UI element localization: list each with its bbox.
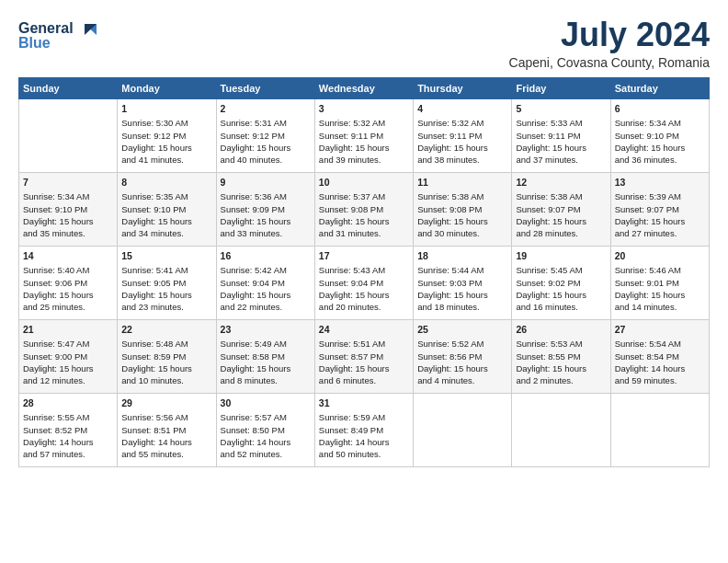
calendar-cell: 14Sunrise: 5:40 AMSunset: 9:06 PMDayligh… <box>19 246 118 319</box>
calendar-cell: 4Sunrise: 5:32 AMSunset: 9:11 PMDaylight… <box>414 98 512 172</box>
cell-text-line: and 14 minutes. <box>615 301 705 313</box>
calendar-cell: 23Sunrise: 5:49 AMSunset: 8:58 PMDayligh… <box>216 319 314 393</box>
cell-text-line: Sunset: 9:08 PM <box>417 203 507 215</box>
day-number: 23 <box>221 323 311 337</box>
cell-text-line: Sunset: 8:55 PM <box>516 350 606 362</box>
day-number: 14 <box>23 249 113 263</box>
calendar-cell <box>19 98 118 172</box>
cell-text-line: Daylight: 15 hours <box>417 362 507 374</box>
calendar-cell: 24Sunrise: 5:51 AMSunset: 8:57 PMDayligh… <box>314 319 413 393</box>
cell-text-line: Sunset: 9:10 PM <box>23 203 113 215</box>
cell-text-line: Sunrise: 5:53 AM <box>516 338 606 350</box>
cell-text-line: and 52 minutes. <box>221 448 311 460</box>
day-number: 10 <box>319 176 409 190</box>
column-header-friday: Friday <box>512 77 610 98</box>
cell-text-line: and 36 minutes. <box>615 154 705 166</box>
cell-text-line: and 30 minutes. <box>417 227 507 239</box>
cell-text-line: Sunset: 9:06 PM <box>23 277 113 289</box>
cell-text-line: Daylight: 15 hours <box>221 289 311 301</box>
cell-text-line: Sunrise: 5:40 AM <box>23 264 113 276</box>
cell-text-line: and 6 minutes. <box>319 374 409 386</box>
day-number: 11 <box>417 176 507 190</box>
cell-text-line: Sunrise: 5:44 AM <box>417 264 507 276</box>
main-title: July 2024 <box>509 17 710 53</box>
cell-text-line: Daylight: 15 hours <box>417 215 507 227</box>
calendar-cell: 29Sunrise: 5:56 AMSunset: 8:51 PMDayligh… <box>118 393 216 466</box>
calendar-cell: 7Sunrise: 5:34 AMSunset: 9:10 PMDaylight… <box>19 172 118 246</box>
calendar-cell: 28Sunrise: 5:55 AMSunset: 8:52 PMDayligh… <box>19 393 118 466</box>
calendar-cell: 19Sunrise: 5:45 AMSunset: 9:02 PMDayligh… <box>512 246 610 319</box>
cell-text-line: Daylight: 15 hours <box>615 142 705 154</box>
cell-text-line: Sunset: 9:12 PM <box>221 130 311 142</box>
calendar-cell: 20Sunrise: 5:46 AMSunset: 9:01 PMDayligh… <box>610 246 709 319</box>
calendar-cell: 2Sunrise: 5:31 AMSunset: 9:12 PMDaylight… <box>216 98 314 172</box>
cell-text-line: and 8 minutes. <box>221 374 311 386</box>
cell-text-line: Daylight: 14 hours <box>23 436 113 448</box>
cell-text-line: Sunset: 9:11 PM <box>319 130 409 142</box>
cell-text-line: Sunrise: 5:32 AM <box>417 117 507 129</box>
cell-text-line: Daylight: 15 hours <box>23 362 113 374</box>
logo: General Blue <box>18 17 101 58</box>
cell-text-line: Sunrise: 5:31 AM <box>221 117 311 129</box>
cell-text-line: Daylight: 15 hours <box>121 215 211 227</box>
calendar-cell: 3Sunrise: 5:32 AMSunset: 9:11 PMDaylight… <box>314 98 413 172</box>
cell-text-line: Sunset: 9:02 PM <box>516 277 606 289</box>
column-header-sunday: Sunday <box>19 77 118 98</box>
day-number: 12 <box>516 176 606 190</box>
cell-text-line: Daylight: 15 hours <box>121 142 211 154</box>
day-number: 24 <box>319 323 409 337</box>
cell-text-line: and 50 minutes. <box>319 448 409 460</box>
calendar-cell: 15Sunrise: 5:41 AMSunset: 9:05 PMDayligh… <box>118 246 216 319</box>
cell-text-line: Sunrise: 5:59 AM <box>319 411 409 423</box>
day-number: 27 <box>615 323 705 337</box>
day-number: 3 <box>319 102 409 116</box>
cell-text-line: Sunrise: 5:55 AM <box>23 411 113 423</box>
cell-text-line: Daylight: 15 hours <box>319 215 409 227</box>
day-number: 7 <box>23 176 113 190</box>
cell-text-line: Sunrise: 5:57 AM <box>221 411 311 423</box>
cell-text-line: Sunrise: 5:39 AM <box>615 190 705 202</box>
cell-text-line: and 2 minutes. <box>516 374 606 386</box>
day-number: 30 <box>221 396 311 410</box>
cell-text-line: and 55 minutes. <box>121 448 211 460</box>
week-row-4: 21Sunrise: 5:47 AMSunset: 9:00 PMDayligh… <box>19 319 710 393</box>
cell-text-line: Sunset: 9:07 PM <box>516 203 606 215</box>
cell-text-line: Sunrise: 5:56 AM <box>121 411 211 423</box>
cell-text-line: and 25 minutes. <box>23 301 113 313</box>
cell-text-line: and 38 minutes. <box>417 154 507 166</box>
cell-text-line: Sunrise: 5:42 AM <box>221 264 311 276</box>
column-header-tuesday: Tuesday <box>216 77 314 98</box>
cell-text-line: Sunrise: 5:47 AM <box>23 338 113 350</box>
week-row-1: 1Sunrise: 5:30 AMSunset: 9:12 PMDaylight… <box>19 98 710 172</box>
cell-text-line: and 23 minutes. <box>121 301 211 313</box>
cell-text-line: and 59 minutes. <box>615 374 705 386</box>
cell-text-line: and 27 minutes. <box>615 227 705 239</box>
cell-text-line: Sunrise: 5:35 AM <box>121 190 211 202</box>
day-number: 28 <box>23 396 113 410</box>
day-number: 25 <box>417 323 507 337</box>
cell-text-line: Sunset: 9:11 PM <box>417 130 507 142</box>
cell-text-line: Sunrise: 5:34 AM <box>23 190 113 202</box>
column-header-wednesday: Wednesday <box>314 77 413 98</box>
cell-text-line: Daylight: 14 hours <box>615 362 705 374</box>
cell-text-line: Sunset: 9:04 PM <box>221 277 311 289</box>
cell-text-line: and 28 minutes. <box>516 227 606 239</box>
day-number: 29 <box>121 396 211 410</box>
cell-text-line: and 12 minutes. <box>23 374 113 386</box>
cell-text-line: Daylight: 15 hours <box>23 215 113 227</box>
cell-text-line: Sunset: 9:01 PM <box>615 277 705 289</box>
calendar-cell: 22Sunrise: 5:48 AMSunset: 8:59 PMDayligh… <box>118 319 216 393</box>
cell-text-line: Sunrise: 5:33 AM <box>516 117 606 129</box>
cell-text-line: Sunrise: 5:37 AM <box>319 190 409 202</box>
cell-text-line: Daylight: 15 hours <box>516 142 606 154</box>
calendar-cell: 16Sunrise: 5:42 AMSunset: 9:04 PMDayligh… <box>216 246 314 319</box>
calendar-cell <box>512 393 610 466</box>
calendar-cell: 21Sunrise: 5:47 AMSunset: 9:00 PMDayligh… <box>19 319 118 393</box>
calendar-cell <box>610 393 709 466</box>
cell-text-line: Daylight: 15 hours <box>516 289 606 301</box>
cell-text-line: Sunrise: 5:38 AM <box>516 190 606 202</box>
cell-text-line: Sunset: 9:09 PM <box>221 203 311 215</box>
cell-text-line: Sunrise: 5:34 AM <box>615 117 705 129</box>
cell-text-line: and 20 minutes. <box>319 301 409 313</box>
cell-text-line: Sunset: 9:03 PM <box>417 277 507 289</box>
